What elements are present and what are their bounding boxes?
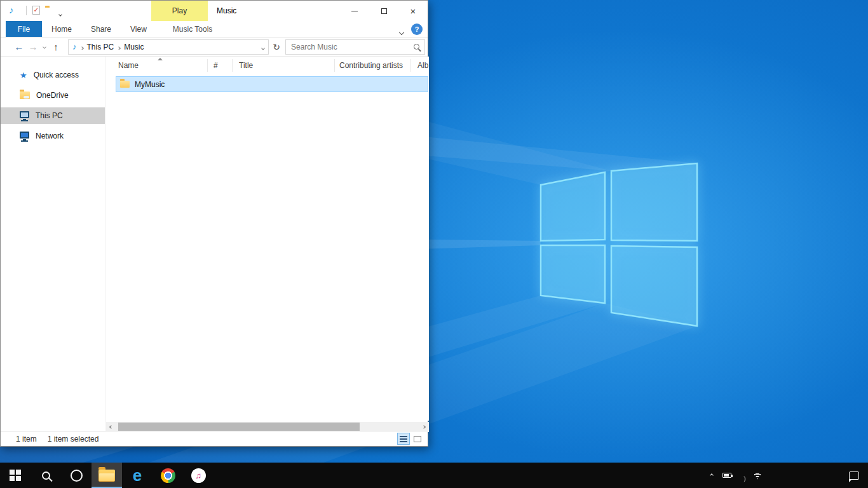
navigation-pane: ★ Quick access OneDrive This PC Network (1, 57, 105, 431)
music-app-icon: ♪ (9, 4, 14, 15)
column-header-title[interactable]: Title (239, 61, 253, 70)
tab-home[interactable]: Home (42, 21, 81, 37)
onedrive-icon (20, 92, 30, 99)
windows-logo-icon (10, 470, 21, 481)
sidebar-item-label: Network (36, 132, 64, 140)
file-explorer-taskbar-button[interactable] (92, 463, 122, 488)
breadcrumb-chevron-icon[interactable] (81, 43, 83, 51)
tab-play[interactable]: Play (151, 1, 208, 21)
help-button[interactable]: ? (411, 24, 423, 35)
chrome-taskbar-button[interactable] (153, 463, 183, 488)
breadcrumb-this-pc[interactable]: This PC (87, 43, 114, 51)
close-button[interactable]: × (398, 1, 428, 21)
sidebar-item-label: Quick access (34, 71, 79, 79)
large-icons-view-icon (414, 436, 421, 442)
refresh-button[interactable]: ↻ (270, 40, 283, 54)
titlebar[interactable]: ♪ ✓ Play Music × (1, 1, 428, 21)
sidebar-item-onedrive[interactable]: OneDrive (1, 87, 105, 104)
contextual-group-music-tools: Music Tools (164, 21, 221, 37)
selected-count-label: 1 item selected (48, 435, 99, 444)
chrome-icon (161, 468, 175, 483)
file-explorer-icon (98, 470, 115, 482)
address-dropdown-icon[interactable] (262, 43, 264, 51)
column-separator[interactable] (207, 59, 208, 72)
search-icon[interactable] (414, 44, 419, 50)
window-title: Music (217, 1, 236, 21)
qat-dropdown-icon[interactable] (59, 9, 62, 18)
column-header-album[interactable]: Alb (417, 61, 428, 70)
search-box[interactable] (285, 39, 425, 55)
status-bar: 1 item 1 item selected (1, 431, 428, 446)
expand-ribbon-icon[interactable] (400, 27, 403, 36)
address-toolbar: ← → ↑ ♪ This PC Music ↻ (1, 37, 428, 57)
system-tray (704, 463, 868, 488)
file-name-label: MyMusic (135, 80, 165, 89)
file-row-mymusic[interactable]: MyMusic (116, 76, 428, 92)
action-center-button[interactable] (840, 471, 868, 480)
sidebar-item-this-pc[interactable]: This PC (1, 107, 105, 124)
sidebar-item-label: OneDrive (36, 91, 69, 100)
file-list: Name # Title Contributing artists Alb My… (106, 57, 429, 421)
network-button[interactable] (750, 463, 765, 488)
star-icon: ★ (20, 71, 27, 80)
itunes-taskbar-button[interactable]: ♫ (183, 463, 214, 488)
tab-file[interactable]: File (6, 21, 42, 37)
breadcrumb-chevron-icon[interactable] (118, 43, 120, 51)
folder-icon (120, 81, 130, 88)
cortana-button[interactable] (61, 463, 92, 488)
sidebar-item-quick-access[interactable]: ★ Quick access (1, 67, 105, 83)
battery-icon (722, 473, 731, 478)
music-note-icon: ♪ (72, 42, 77, 51)
forward-button[interactable]: → (26, 40, 40, 54)
scrollbar-thumb[interactable] (118, 423, 360, 431)
maximize-icon (381, 8, 387, 14)
volume-button[interactable] (735, 463, 750, 488)
internet-explorer-taskbar-button[interactable]: e (122, 463, 153, 488)
items-count-label: 1 item (16, 435, 37, 444)
battery-button[interactable] (719, 463, 735, 488)
column-header-row: Name # Title Contributing artists Alb (106, 57, 429, 74)
window-controls: × (340, 1, 428, 21)
details-view-button[interactable] (397, 433, 410, 445)
column-header-number[interactable]: # (214, 61, 218, 70)
wifi-icon (752, 471, 763, 480)
search-input[interactable] (291, 43, 414, 51)
address-bar[interactable]: ♪ This PC Music (68, 39, 269, 55)
tab-share[interactable]: Share (81, 21, 121, 37)
view-toggles (397, 433, 424, 445)
taskbar-search-button[interactable] (31, 463, 61, 488)
sidebar-item-network[interactable]: Network (1, 128, 105, 144)
search-icon (42, 471, 50, 480)
cortana-icon (71, 470, 83, 482)
tab-view[interactable]: View (121, 21, 156, 37)
itunes-icon: ♫ (191, 468, 206, 483)
back-button[interactable]: ← (12, 40, 26, 54)
qat-separator (26, 6, 27, 15)
breadcrumb-music[interactable]: Music (124, 43, 144, 51)
hidden-icons-button[interactable] (704, 463, 719, 488)
properties-qat-icon[interactable]: ✓ (32, 6, 40, 15)
network-icon (20, 132, 29, 139)
action-center-icon (849, 471, 859, 480)
start-button[interactable] (0, 463, 31, 488)
minimize-button[interactable] (340, 1, 369, 21)
taskbar-spacer (214, 463, 704, 488)
recent-locations-icon[interactable] (40, 40, 49, 54)
file-explorer-window: ♪ ✓ Play Music × File Home Share View Mu… (0, 0, 428, 447)
column-separator[interactable] (410, 59, 411, 72)
column-header-name[interactable]: Name (118, 61, 139, 70)
large-icons-view-button[interactable] (411, 433, 424, 445)
maximize-button[interactable] (369, 1, 398, 21)
column-separator[interactable] (232, 59, 233, 72)
taskbar: e ♫ (0, 463, 868, 488)
up-button[interactable]: ↑ (49, 40, 63, 54)
column-separator[interactable] (334, 59, 335, 72)
sidebar-item-label: This PC (36, 111, 63, 120)
computer-icon (20, 111, 29, 118)
sort-ascending-icon (158, 58, 163, 60)
minimize-icon (351, 11, 358, 11)
ribbon-tab-row: File Home Share View Music Tools ? (1, 21, 428, 37)
column-header-contributing-artists[interactable]: Contributing artists (339, 61, 403, 70)
details-view-icon (400, 436, 407, 442)
internet-explorer-icon: e (133, 467, 142, 484)
